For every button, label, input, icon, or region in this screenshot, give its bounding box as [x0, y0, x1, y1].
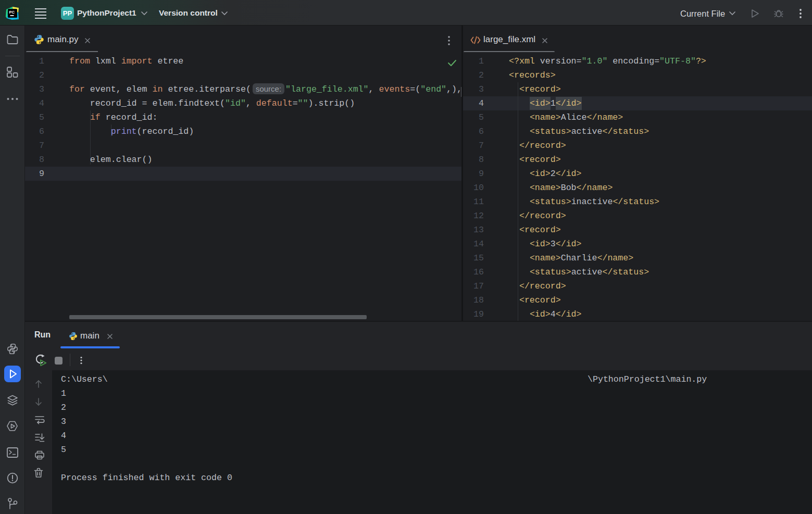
svg-text:PC: PC [9, 10, 15, 15]
